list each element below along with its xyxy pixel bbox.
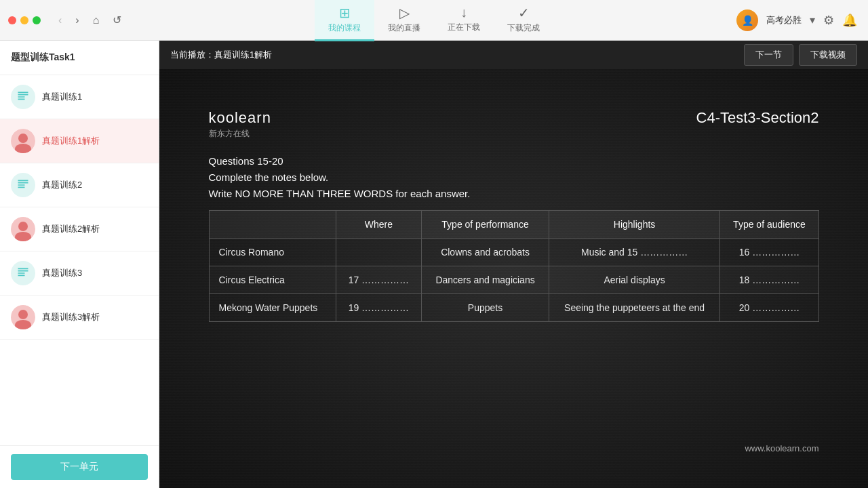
top-bar: ‹ › ⌂ ↺ ⊞ 我的课程 ▷ 我的直播 ↓ 正在下载 ✓ 下载完成 👤 高考…: [0, 0, 868, 41]
sidebar-item-2-avatar: [11, 129, 35, 153]
current-playing-value: 真题训练1解析: [214, 49, 272, 60]
sidebar-bottom: 下一单元: [0, 445, 159, 488]
tab-downloading-label: 正在下载: [448, 22, 480, 33]
row1-audience: 16 ……………: [720, 239, 818, 266]
forward-button[interactable]: ›: [71, 12, 83, 29]
row3-where: 19 ……………: [336, 294, 422, 322]
user-name: 高考必胜: [766, 14, 802, 26]
tab-live[interactable]: ▷ 我的直播: [374, 0, 434, 41]
traffic-lights: [8, 16, 41, 24]
row2-performance: Dancers and magicians: [422, 266, 549, 294]
download-video-button[interactable]: 下载视频: [799, 44, 857, 66]
sidebar-item-4-label: 真题训练2解析: [42, 223, 100, 235]
th-highlights: Highlights: [549, 211, 720, 239]
slide-container: koolearn 新东方在线 C4-Test3-Section2 Questio…: [159, 69, 868, 488]
svg-point-1: [18, 134, 28, 143]
footer-url: www.koolearn.com: [745, 443, 818, 453]
avatar: 👤: [736, 9, 758, 31]
tab-downloaded[interactable]: ✓ 下载完成: [494, 0, 553, 41]
instruction1: Complete the notes below.: [209, 169, 819, 186]
tab-live-label: 我的直播: [388, 22, 420, 34]
row2-highlights: Aerial displays: [549, 266, 720, 294]
answer-table: Where Type of performance Highlights Typ…: [209, 210, 819, 322]
table-row: Circus Electrica 17 …………… Dancers and ma…: [209, 266, 818, 294]
tab-my-courses-label: 我的课程: [328, 22, 361, 34]
row1-name: Circus Romano: [209, 239, 336, 266]
sidebar-item-4-avatar: [11, 217, 35, 241]
sidebar-item-1[interactable]: 真题训练1: [0, 75, 159, 119]
header-buttons: 下一节 下载视频: [744, 44, 857, 66]
current-playing: 当前播放：真题训练1解析: [170, 49, 272, 61]
chevron-down-icon[interactable]: ▾: [810, 14, 815, 26]
content-header: 当前播放：真题训练1解析 下一节 下载视频: [159, 41, 868, 69]
refresh-button[interactable]: ↺: [108, 11, 125, 29]
table-header-row: Where Type of performance Highlights Typ…: [209, 211, 818, 239]
row3-name: Mekong Water Puppets: [209, 294, 336, 322]
sidebar-list: 真题训练1 真题训练1解析 真题训练2 真题训练2解析: [0, 75, 159, 445]
settings-icon[interactable]: ⚙: [823, 13, 834, 28]
row1-where: [336, 239, 422, 266]
sidebar-item-2-label: 真题训练1解析: [42, 135, 100, 147]
tab-downloading[interactable]: ↓ 正在下载: [434, 0, 494, 41]
top-nav-right: 👤 高考必胜 ▾ ⚙ 🔔: [736, 9, 857, 31]
table-row: Circus Romano Clowns and acrobats Music …: [209, 239, 818, 266]
questions-header: Questions 15-20 Complete the notes below…: [209, 153, 819, 202]
sidebar-item-1-avatar: [11, 85, 35, 109]
row2-where: 17 ……………: [336, 266, 422, 294]
row2-name: Circus Electrica: [209, 266, 336, 294]
sidebar-item-5-label: 真题训练3: [42, 267, 82, 279]
slide-footer: www.koolearn.com: [189, 438, 840, 462]
notify-icon[interactable]: 🔔: [842, 13, 857, 28]
logo-main: koolearn: [209, 109, 271, 127]
th-audience: Type of audience: [720, 211, 818, 239]
traffic-light-yellow[interactable]: [20, 16, 28, 24]
row1-highlights: Music and 15 ……………: [549, 239, 720, 266]
table-header: Where Type of performance Highlights Typ…: [209, 211, 818, 239]
instruction2: Write NO MORE THAN THREE WORDS for each …: [209, 186, 819, 202]
my-courses-icon: ⊞: [339, 5, 351, 21]
logo-area: koolearn 新东方在线: [209, 109, 271, 140]
th-name: [209, 211, 336, 239]
live-icon: ▷: [399, 5, 410, 21]
sidebar-item-6-label: 真题训练3解析: [42, 311, 100, 323]
sidebar-item-1-label: 真题训练1: [42, 91, 82, 103]
tab-my-courses[interactable]: ⊞ 我的课程: [315, 0, 374, 41]
sidebar-item-2[interactable]: 真题训练1解析: [0, 119, 159, 163]
home-button[interactable]: ⌂: [89, 12, 104, 29]
next-unit-button[interactable]: 下一单元: [11, 454, 148, 480]
sidebar-item-6[interactable]: 真题训练3解析: [0, 296, 159, 340]
content-area: 当前播放：真题训练1解析 下一节 下载视频 koolearn 新东方在线 C4-…: [159, 41, 868, 488]
logo-sub: 新东方在线: [209, 128, 271, 140]
sidebar-item-4[interactable]: 真题训练2解析: [0, 207, 159, 251]
svg-point-4: [18, 222, 28, 231]
current-playing-label: 当前播放：: [170, 49, 214, 60]
top-nav-center: ⊞ 我的课程 ▷ 我的直播 ↓ 正在下载 ✓ 下载完成: [315, 0, 553, 41]
video-content: koolearn 新东方在线 C4-Test3-Section2 Questio…: [159, 69, 868, 488]
sidebar-title: 题型训练Task1: [0, 41, 159, 75]
table-row: Mekong Water Puppets 19 …………… Puppets Se…: [209, 294, 818, 322]
downloading-icon: ↓: [460, 5, 467, 20]
sidebar-item-6-avatar: [11, 305, 35, 329]
nav-buttons: ‹ › ⌂ ↺: [0, 11, 134, 29]
back-button[interactable]: ‹: [54, 12, 66, 29]
row3-highlights: Seeing the puppeteers at the end: [549, 294, 720, 322]
main-layout: 题型训练Task1 真题训练1 真题训练1解析 真题训练2: [0, 41, 868, 488]
row3-audience: 20 ……………: [720, 294, 818, 322]
sidebar-item-3-avatar: [11, 173, 35, 197]
slide-inner: koolearn 新东方在线 C4-Test3-Section2 Questio…: [189, 96, 840, 462]
slide-body: Questions 15-20 Complete the notes below…: [189, 146, 840, 438]
th-where: Where: [336, 211, 422, 239]
questions-range: Questions 15-20: [209, 153, 819, 169]
row1-performance: Clowns and acrobats: [422, 239, 549, 266]
tab-downloaded-label: 下载完成: [507, 22, 540, 34]
next-section-button[interactable]: 下一节: [744, 44, 793, 66]
sidebar: 题型训练Task1 真题训练1 真题训练1解析 真题训练2: [0, 41, 159, 488]
traffic-light-red[interactable]: [8, 16, 16, 24]
sidebar-item-3[interactable]: 真题训练2: [0, 163, 159, 207]
table-body: Circus Romano Clowns and acrobats Music …: [209, 239, 818, 322]
sidebar-item-3-label: 真题训练2: [42, 179, 82, 191]
th-performance: Type of performance: [422, 211, 549, 239]
traffic-light-green[interactable]: [33, 16, 41, 24]
downloaded-icon: ✓: [518, 5, 530, 21]
sidebar-item-5[interactable]: 真题训练3: [0, 251, 159, 296]
